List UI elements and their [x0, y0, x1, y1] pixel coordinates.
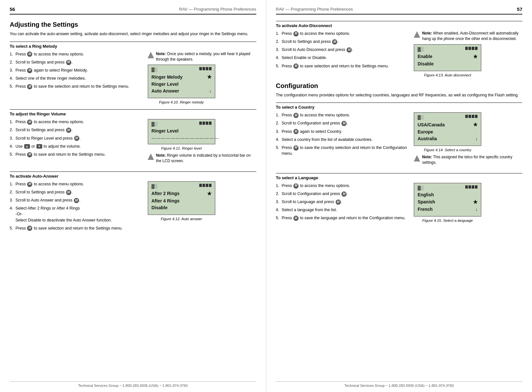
select-country-content: 1.Press M to access the menu options. 2.… [276, 112, 523, 168]
lcd-line-1: English [418, 191, 478, 198]
m-icon: M [293, 216, 299, 221]
lcd-battery [465, 47, 478, 52]
step-1: 1.Press M to access the menu options. [276, 112, 409, 118]
m-icon: M [293, 129, 299, 134]
battery-cell-4 [209, 184, 212, 187]
ring-melody-subsection: To select a Ring Melody 1.Press M to acc… [10, 42, 256, 104]
auto-disconnect-note-text: Note: When enabled, Auto-Disconnect will… [422, 31, 522, 42]
left-page-footer: Technical Services Group ~ 1-800-283-593… [10, 381, 256, 387]
lcd-line-1: USA/Canada★ [418, 121, 478, 129]
ringer-volume-title: To adjust the Ringer Volume [10, 109, 256, 116]
lcd-signal-icon: ▓░ [418, 115, 424, 120]
auto-disconnect-steps: 1.Press M to access the menu options. 2.… [276, 31, 409, 71]
battery-cell-3 [472, 47, 474, 50]
step-1: 1.Press M to access the menu options. [10, 51, 143, 57]
note-triangle-icon [414, 155, 420, 162]
m-icon: M [332, 39, 337, 44]
lcd-top-bar: ▓░ [418, 115, 478, 120]
right-page-title: RAV — Programming Phone Preferences [276, 7, 353, 12]
m-icon: M [293, 183, 299, 189]
select-language-list: 1.Press M to access the menu options. 2.… [276, 183, 409, 221]
auto-answer-figure-col: ▓░ After 2 Rings★ After 4 Rings Disable [148, 181, 256, 221]
step-3: 3.Press M again to select Country. [276, 129, 409, 134]
auto-disconnect-note: Note: When enabled, Auto-Disconnect will… [414, 31, 522, 42]
m-icon: M [74, 198, 79, 203]
step-1: 1.Press M to access the menu options. [276, 183, 409, 189]
lcd-battery [199, 122, 212, 126]
step-5: 5.Press M to save selection and return t… [276, 63, 409, 69]
lcd-top-bar: ▓░ [152, 122, 212, 126]
step-2: 2.Scroll to Settings and press M. [10, 189, 143, 195]
m-icon: M [74, 136, 79, 141]
battery-cell-2 [202, 184, 205, 187]
select-country-caption: Figure 4.14. Select a country [414, 148, 481, 152]
auto-disconnect-caption: Figure 4.13. Auto disconnect [414, 73, 481, 77]
battery-cell-4 [475, 185, 478, 189]
auto-disconnect-list: 1.Press M to access the menu options. 2.… [276, 31, 409, 69]
step-3: 3.Scroll to Auto Disconnect and press M. [276, 47, 409, 53]
lcd-battery [465, 185, 478, 190]
auto-answer-title: To activate Auto-Answer [10, 172, 256, 179]
select-language-title: To select a Language [276, 173, 523, 180]
step-3: 3.Scroll to Ringer Level and press M. [10, 135, 143, 141]
step-1: 1.Press M to access the menu options. [10, 119, 143, 125]
select-country-lcd: ▓░ USA/Canada★ Europe Australia↓ [414, 112, 481, 146]
ringer-volume-content: 1.Press M to access the menu options. 2.… [10, 119, 256, 166]
auto-answer-subsection: To activate Auto-Answer 1.Press M to acc… [10, 172, 256, 233]
ring-melody-title: To select a Ring Melody [10, 42, 256, 49]
right-page-header: RAV — Programming Phone Preferences 57 [276, 6, 523, 15]
battery-cell-1 [465, 47, 468, 50]
battery-cell-2 [468, 47, 471, 50]
lcd-line-3: Disable [152, 204, 212, 211]
config-section-title: Configuration [276, 82, 523, 90]
auto-answer-list: 1.Press M to access the menu options. 2.… [10, 181, 143, 231]
battery-cell-1 [465, 115, 468, 118]
step-2: 2.Scroll to Settings and press M. [10, 59, 143, 65]
right-footer-text: Technical Services Group ~ 1-800-283-593… [344, 384, 454, 387]
lcd-battery [199, 67, 212, 72]
lcd-dashes: —————————————— [152, 136, 212, 141]
left-page: 56 RAV — Programming Phone Preferences A… [0, 0, 266, 392]
step-3: 3.Press M again to select Ringer Melody. [10, 67, 143, 73]
lcd-line-2: Disable [418, 61, 478, 67]
step-4: 4.Select one of the three ringer melodie… [10, 75, 143, 81]
left-page-header: 56 RAV — Programming Phone Preferences [10, 6, 256, 15]
step-5: 5.Press M to save selection and return t… [10, 225, 143, 231]
lcd-line-1: After 2 Rings★ [152, 190, 212, 198]
lcd-top-bar: ▓░ [152, 67, 212, 72]
right-page-footer: Technical Services Group ~ 1-800-283-593… [276, 381, 523, 387]
ringer-volume-figure-col: ▓░ Ringer Level —————————————— Figure 4.… [148, 119, 256, 166]
ring-melody-steps: 1.Press M to access the menu options. 2.… [10, 51, 143, 92]
ring-melody-list: 1.Press M to access the menu options. 2.… [10, 51, 143, 90]
step-4: 4.Select a language from the list. [276, 207, 409, 213]
lcd-line-3: Australia↓ [418, 135, 478, 142]
auto-disconnect-content: 1.Press M to access the menu options. 2.… [276, 31, 523, 77]
battery-cell-3 [472, 185, 474, 189]
config-section-intro: The configuration menu provides options … [276, 92, 523, 98]
step-1: 1.Press M to access the menu options. [10, 181, 143, 187]
lcd-line-2: Ringer Level [152, 81, 212, 88]
battery-cell-2 [468, 185, 471, 189]
m-icon: M [66, 60, 71, 65]
ring-melody-note-text: Note: Once you select a melody, you will… [156, 51, 256, 62]
lcd-signal-icon: ▓░ [152, 67, 158, 72]
step-4: 4.Select Enable or Disable. [276, 55, 409, 61]
page-container: 56 RAV — Programming Phone Preferences A… [0, 0, 532, 392]
lcd-signal-icon: ▓░ [418, 47, 424, 52]
m-icon: M [27, 52, 32, 57]
battery-cell-3 [206, 67, 208, 70]
select-country-subsection: To select a Country 1.Press M to access … [276, 103, 523, 168]
auto-answer-caption: Figure 4.12. Auto answer [148, 217, 215, 221]
battery-cell-1 [465, 185, 468, 189]
auto-answer-lcd: ▓░ After 2 Rings★ After 4 Rings Disable [148, 181, 215, 215]
step-2: 2.Scroll to Configuration and press M. [276, 120, 409, 126]
ringer-volume-subsection: To adjust the Ringer Volume 1.Press M to… [10, 109, 256, 166]
ring-melody-figure-col: Note: Once you select a melody, you will… [148, 51, 256, 104]
note-triangle-icon [148, 153, 154, 160]
select-country-figure-col: ▓░ USA/Canada★ Europe Australia↓ [414, 112, 522, 168]
select-language-content: 1.Press M to access the menu options. 2.… [276, 183, 523, 223]
step-2: 2.Scroll to Configuration and press M. [276, 191, 409, 197]
ring-melody-content: 1.Press M to access the menu options. 2.… [10, 51, 256, 104]
select-country-note: Note: This assigned the telco for the sp… [414, 154, 522, 165]
step-5: 5.Press M to save the selection and retu… [10, 83, 143, 89]
